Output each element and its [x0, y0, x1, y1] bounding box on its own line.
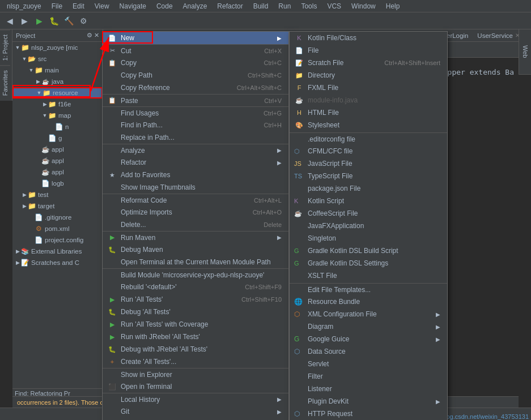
- ctx-item-cut[interactable]: ✂ Cut Ctrl+X: [103, 44, 288, 57]
- menu-refactor[interactable]: Refactor: [213, 1, 247, 11]
- ctx-item-show-explorer[interactable]: Show in Explorer: [103, 368, 288, 380]
- tree-item-logb[interactable]: 📄 logb: [12, 178, 103, 189]
- ctx-item-build-module[interactable]: Build Module 'microservice-yxp-edu-nlsp-…: [103, 268, 288, 281]
- panel-gear-icon[interactable]: ⚙: [87, 32, 92, 39]
- menu-nlsp[interactable]: nlsp_zuoye: [2, 1, 46, 11]
- submenu-google-guice[interactable]: G Google Guice ▶: [290, 333, 447, 345]
- tree-item-gitignore[interactable]: 📄 .gitignore: [12, 212, 103, 223]
- submenu-xslt[interactable]: XSLT File: [290, 269, 447, 282]
- submenu-js[interactable]: JS JavaScript File: [290, 157, 447, 170]
- submenu-file[interactable]: 📄 File: [290, 44, 447, 57]
- submenu-fxml[interactable]: F FXML File: [290, 82, 447, 94]
- submenu-scratch[interactable]: 📝 Scratch File Ctrl+Alt+Shift+Insert: [290, 57, 447, 69]
- toolbar-debug[interactable]: 🐛: [48, 15, 60, 27]
- submenu-kotlin-class[interactable]: K Kotlin File/Class: [290, 32, 447, 44]
- ctx-item-local-history[interactable]: Local History ▶: [103, 393, 288, 405]
- submenu-resource-bundle[interactable]: 🌐 Resource Bundle: [290, 295, 447, 308]
- toolbar-back[interactable]: ◀: [3, 15, 16, 27]
- ctx-item-find-path[interactable]: Find in Path... Ctrl+H: [103, 119, 288, 131]
- ctx-item-run-maven[interactable]: ▶ Run Maven ▶: [103, 231, 288, 243]
- submenu-package-json[interactable]: package.json File: [290, 182, 447, 195]
- tree-item-java[interactable]: ▶ ☕ java: [12, 76, 103, 87]
- tree-item-appl2[interactable]: ☕ appl: [12, 155, 103, 166]
- ctx-item-debug-tests[interactable]: 🐛 Debug 'All Tests': [103, 306, 288, 318]
- ctx-item-new[interactable]: 📄 New ▶: [103, 32, 288, 44]
- ctx-item-delete[interactable]: Delete... Delete: [103, 218, 288, 231]
- ctx-item-add-favorites[interactable]: ★ Add to Favorites: [103, 169, 288, 181]
- tree-item-src[interactable]: ▼ 📂 src: [12, 53, 103, 65]
- ctx-item-paste[interactable]: 📋 Paste Ctrl+V: [103, 94, 288, 106]
- ctx-item-find-usages[interactable]: Find Usages Ctrl+G: [103, 106, 288, 119]
- ctx-item-debug-maven[interactable]: 🐛 Debug Maven: [103, 243, 288, 256]
- submenu-data-source[interactable]: ⬡ Data Source: [290, 345, 447, 358]
- toolbar-run[interactable]: ▶: [33, 15, 45, 27]
- tree-item-f16e[interactable]: ▶ 📁 f16e: [12, 98, 103, 110]
- ctx-item-show-thumbnails[interactable]: Show Image Thumbnails: [103, 181, 288, 194]
- submenu-html[interactable]: H HTML File: [290, 106, 447, 119]
- toolbar-build[interactable]: 🔨: [62, 15, 75, 27]
- menu-build[interactable]: Build: [249, 1, 273, 11]
- menu-code[interactable]: Code: [152, 1, 177, 11]
- submenu-edit-templates[interactable]: Edit File Templates...: [290, 283, 447, 295]
- submenu-stylesheet[interactable]: 🎨 Stylesheet: [290, 119, 447, 131]
- ctx-item-copy-path[interactable]: Copy Path Ctrl+Shift+C: [103, 69, 288, 82]
- vtab-web[interactable]: Web: [519, 29, 531, 75]
- tree-item-g[interactable]: 📄 g: [12, 132, 103, 144]
- panel-close-icon[interactable]: ✕: [94, 32, 99, 39]
- ctx-item-refactor[interactable]: Refactor ▶: [103, 156, 288, 169]
- toolbar-settings[interactable]: ⚙: [77, 15, 90, 27]
- submenu-gradle-build[interactable]: G Gradle Kotlin DSL Build Script: [290, 245, 447, 257]
- far-left-tab-favorites[interactable]: Favorites: [0, 65, 10, 100]
- ctx-item-replace-path[interactable]: Replace in Path...: [103, 131, 288, 144]
- ctx-item-open-in-terminal[interactable]: ⬛ Open in Terminal: [103, 380, 288, 393]
- ctx-item-sync[interactable]: 🔄 Synchronize 'resources': [103, 418, 288, 420]
- ctx-item-copy-ref[interactable]: Copy Reference Ctrl+Alt+Shift+C: [103, 82, 288, 94]
- tree-item-map[interactable]: ▼ 📁 map: [12, 110, 103, 121]
- tree-item-test[interactable]: ▶ 📁 test: [12, 189, 103, 200]
- menu-tools[interactable]: Tools: [296, 1, 321, 11]
- tree-item-resource[interactable]: ▼ 📁 resource: [12, 87, 103, 98]
- menu-analyze[interactable]: Analyze: [179, 1, 212, 11]
- submenu-cfml[interactable]: ⬡ CFML/CFC file: [290, 145, 447, 157]
- menu-file[interactable]: File: [47, 1, 67, 11]
- toolbar-forward[interactable]: ▶: [18, 15, 31, 27]
- ctx-item-run-jrebel[interactable]: ▶ Run with JRebel 'All Tests': [103, 331, 288, 343]
- tree-item-ext-lib[interactable]: ▶ 📚 External Libraries: [12, 246, 103, 257]
- ctx-item-copy[interactable]: 📋 Copy Ctrl+C: [103, 57, 288, 69]
- menu-run[interactable]: Run: [274, 1, 295, 11]
- tree-item-scratches[interactable]: ▶ 📝 Scratches and C: [12, 257, 103, 268]
- menu-view[interactable]: View: [90, 1, 114, 11]
- submenu-http-request[interactable]: ⬡ HTTP Request: [290, 408, 447, 420]
- submenu-coffeescript[interactable]: ☕ CoffeeScript File: [290, 207, 447, 220]
- ctx-item-optimize[interactable]: Optimize Imports Ctrl+Alt+O: [103, 206, 288, 218]
- submenu-directory[interactable]: 📁 Directory: [290, 69, 447, 82]
- submenu-singleton[interactable]: Singleton: [290, 232, 447, 245]
- ctx-item-open-terminal[interactable]: Open Terminal at the Current Maven Modul…: [103, 256, 288, 268]
- tree-item-appl3[interactable]: ☕ appl: [12, 166, 103, 178]
- submenu-module-info[interactable]: ☕ module-info.java: [290, 94, 447, 106]
- submenu-filter[interactable]: Filter: [290, 370, 447, 383]
- submenu-gradle-settings[interactable]: G Gradle Kotlin DSL Settings: [290, 257, 447, 269]
- ctx-item-debug-jrebel[interactable]: 🐛 Debug with JRebel 'All Tests': [103, 343, 288, 355]
- submenu-xml-config[interactable]: ⬡ XML Configuration File ▶: [290, 308, 447, 320]
- submenu-editorconfig[interactable]: .editorconfig file: [290, 132, 447, 145]
- submenu-diagram[interactable]: Diagram ▶: [290, 320, 447, 333]
- ctx-item-reformat[interactable]: Reformat Code Ctrl+Alt+L: [103, 194, 288, 206]
- menu-edit[interactable]: Edit: [68, 1, 89, 11]
- tree-item-appl1[interactable]: ☕ appl: [12, 144, 103, 155]
- userservice-tab[interactable]: UserService: [477, 32, 513, 39]
- ctx-item-rebuild[interactable]: Rebuild '<default>' Ctrl+Shift+F9: [103, 281, 288, 293]
- submenu-servlet[interactable]: Servlet: [290, 358, 447, 370]
- tree-item-root[interactable]: ▼ 📁 nlsp_zuoye [mic: [12, 42, 103, 53]
- submenu-javafx[interactable]: JavaFXApplication: [290, 220, 447, 232]
- submenu-plugin-devkit[interactable]: Plugin DevKit ▶: [290, 395, 447, 408]
- submenu-kotlin-script[interactable]: K Kotlin Script: [290, 195, 447, 207]
- ctx-item-create-tests[interactable]: + Create 'All Tests'...: [103, 355, 288, 368]
- tree-item-n[interactable]: 📄 n: [12, 121, 103, 132]
- menu-window[interactable]: Window: [347, 1, 380, 11]
- far-left-tab-project[interactable]: 1: Project: [0, 29, 10, 65]
- ctx-item-git[interactable]: Git ▶: [103, 405, 288, 418]
- menu-vcs[interactable]: VCS: [322, 1, 346, 11]
- tree-item-main[interactable]: ▼ 📁 main: [12, 65, 103, 76]
- tree-item-project-config[interactable]: 📄 project.config: [12, 234, 103, 246]
